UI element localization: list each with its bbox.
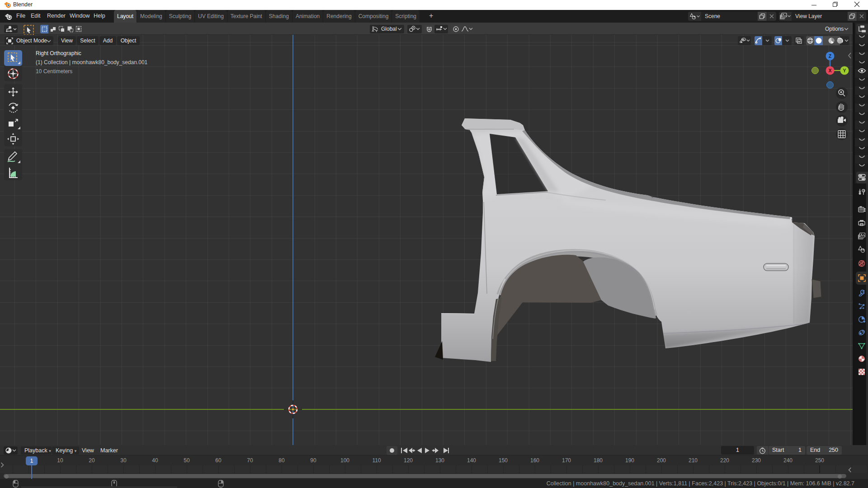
svg-text:Z: Z <box>829 53 832 59</box>
svg-text:Y: Y <box>843 68 846 73</box>
svg-text:X: X <box>828 68 831 73</box>
